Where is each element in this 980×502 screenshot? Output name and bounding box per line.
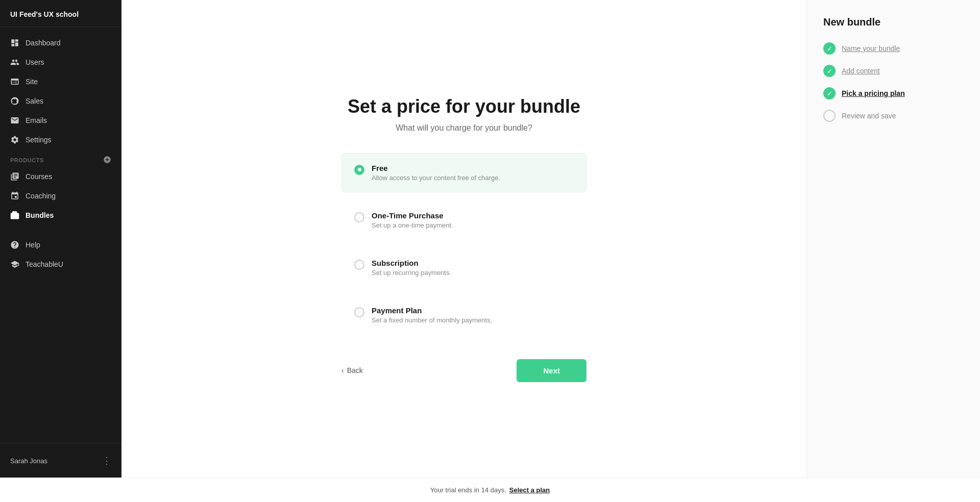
sidebar-item-users[interactable]: Users	[0, 53, 121, 72]
teachableu-icon	[10, 260, 19, 269]
option-content-paymentplan: Payment Plan Set a fixed number of month…	[372, 306, 492, 324]
settings-icon	[10, 135, 19, 144]
step-label-pricing[interactable]: Pick a pricing plan	[842, 89, 905, 97]
step-label-name[interactable]: Name your bundle	[842, 44, 900, 53]
step-item-content: ✓ Add content	[823, 65, 964, 77]
option-desc-free: Allow access to your content free of cha…	[372, 174, 500, 182]
step-item-pricing: ✓ Pick a pricing plan	[823, 87, 964, 99]
next-button[interactable]: Next	[517, 359, 586, 382]
step-check-content: ✓	[823, 65, 836, 77]
step-list: ✓ Name your bundle ✓ Add content ✓ Pick …	[823, 42, 964, 122]
emails-icon	[10, 116, 19, 125]
radio-paymentplan[interactable]	[354, 307, 364, 317]
sidebar-item-teachableu[interactable]: TeachableU	[0, 255, 121, 274]
products-section-label: PRODUCTS	[0, 149, 121, 167]
help-icon	[10, 240, 19, 249]
pricing-option-free[interactable]: Free Allow access to your content free o…	[341, 153, 586, 192]
site-icon	[10, 77, 19, 86]
pricing-option-onetime[interactable]: One-Time Purchase Set up a one-time paym…	[341, 200, 586, 240]
sidebar-item-emails[interactable]: Emails	[0, 111, 121, 130]
option-desc-onetime: Set up a one-time payment.	[372, 221, 453, 229]
add-product-icon[interactable]	[103, 156, 111, 165]
sidebar-item-courses[interactable]: Courses	[0, 167, 121, 186]
radio-subscription[interactable]	[354, 260, 364, 270]
option-desc-paymentplan: Set a fixed number of monthly payments.	[372, 316, 492, 324]
chevron-left-icon: ‹	[341, 366, 344, 374]
sidebar-item-help[interactable]: Help	[0, 235, 121, 255]
option-title-paymentplan: Payment Plan	[372, 306, 492, 315]
pricing-option-paymentplan[interactable]: Payment Plan Set a fixed number of month…	[341, 295, 586, 335]
sidebar-item-coaching[interactable]: Coaching	[0, 186, 121, 206]
option-content-subscription: Subscription Set up recurring payments.	[372, 259, 451, 277]
pricing-option-subscription[interactable]: Subscription Set up recurring payments.	[341, 248, 586, 287]
option-desc-subscription: Set up recurring payments.	[372, 269, 451, 277]
option-title-free: Free	[372, 164, 500, 172]
dashboard-icon	[10, 38, 19, 47]
radio-onetime[interactable]	[354, 212, 364, 222]
right-panel: New bundle ✓ Name your bundle ✓ Add cont…	[806, 0, 980, 478]
main-content: Set a price for your bundle What will yo…	[121, 0, 980, 478]
sidebar-item-settings[interactable]: Settings	[0, 130, 121, 149]
right-panel-title: New bundle	[823, 16, 964, 28]
step-label-review: Review and save	[842, 112, 896, 120]
step-check-name: ✓	[823, 42, 836, 55]
step-item-review: Review and save	[823, 110, 964, 122]
pricing-options: Free Allow access to your content free o…	[341, 153, 586, 335]
sidebar-item-sales[interactable]: Sales	[0, 91, 121, 111]
sidebar-user: Sarah Jonas ⋮	[0, 450, 121, 471]
back-button[interactable]: ‹ Back	[341, 366, 363, 374]
sidebar-item-site[interactable]: Site	[0, 72, 121, 91]
option-title-subscription: Subscription	[372, 259, 451, 267]
user-menu-icon[interactable]: ⋮	[102, 455, 111, 466]
step-label-content[interactable]: Add content	[842, 67, 880, 75]
option-content-onetime: One-Time Purchase Set up a one-time paym…	[372, 211, 453, 229]
page-subtitle: What will you charge for your bundle?	[396, 123, 532, 133]
sidebar-bottom: Sarah Jonas ⋮	[0, 443, 121, 478]
step-check-pricing: ✓	[823, 87, 836, 99]
sales-icon	[10, 96, 19, 106]
step-item-name: ✓ Name your bundle	[823, 42, 964, 55]
coaching-icon	[10, 191, 19, 200]
nav-buttons: ‹ Back Next	[341, 359, 586, 382]
sidebar-item-dashboard[interactable]: Dashboard	[0, 33, 121, 53]
trial-text: Your trial ends in 14 days.	[430, 486, 506, 494]
courses-icon	[10, 172, 19, 181]
center-panel: Set a price for your bundle What will yo…	[121, 0, 806, 478]
radio-free[interactable]	[354, 165, 364, 175]
sidebar: UI Feed's UX school Dashboard Users Site	[0, 0, 121, 478]
users-icon	[10, 58, 19, 67]
option-content-free: Free Allow access to your content free o…	[372, 164, 500, 182]
step-check-review	[823, 110, 836, 122]
bundles-icon	[10, 211, 19, 220]
option-title-onetime: One-Time Purchase	[372, 211, 453, 220]
sidebar-item-bundles[interactable]: Bundles	[0, 206, 121, 225]
bottom-bar: Your trial ends in 14 days. Select a pla…	[0, 478, 980, 502]
page-title: Set a price for your bundle	[348, 96, 580, 117]
select-plan-link[interactable]: Select a plan	[509, 486, 550, 494]
brand-title: UI Feed's UX school	[0, 0, 121, 27]
sidebar-nav: Dashboard Users Site Sales	[0, 27, 121, 443]
user-name: Sarah Jonas	[10, 457, 47, 465]
